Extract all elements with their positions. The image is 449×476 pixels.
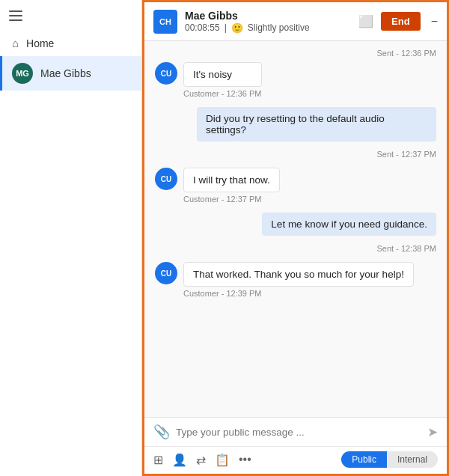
msg-meta-3: Customer - 12:37 PM (183, 195, 280, 204)
sidebar-contact-label: Mae Gibbs (40, 67, 91, 79)
sentiment-icon: 🙂 (231, 22, 243, 34)
sent-time-4: Sent - 12:38 PM (377, 244, 437, 253)
sidebar-item-contact[interactable]: MG Mae Gibbs (0, 56, 141, 91)
msg-bubble-2: Did you try resetting to the default aud… (197, 107, 436, 141)
end-button[interactable]: End (381, 12, 421, 31)
message-row-5: CU That worked. Thank you so much for yo… (155, 262, 436, 298)
sidebar-header (0, 0, 141, 27)
sidebar-home-label: Home (26, 37, 54, 49)
avatar-cu-1: CU (155, 62, 177, 85)
contact-icon[interactable]: 👤 (172, 453, 187, 467)
monitor-icon[interactable]: ⬜ (358, 14, 373, 28)
transfer-icon[interactable]: ⇄ (196, 453, 206, 467)
divider: | (224, 22, 227, 33)
quick-reply-icon[interactable]: ⊞ (153, 453, 163, 467)
msg-content-5: That worked. Thank you so much for your … (183, 262, 414, 298)
chat-header-icon: CH (153, 10, 177, 34)
chat-timer: 00:08:55 (185, 22, 220, 33)
avatar-cu-3: CU (155, 168, 177, 190)
sidebar: ⌂ Home MG Mae Gibbs (0, 0, 142, 476)
notes-icon[interactable]: 📋 (215, 453, 230, 467)
sentiment-label: Slightly positive (248, 22, 310, 33)
sidebar-item-home[interactable]: ⌂ Home (0, 30, 141, 56)
chat-header-meta: 00:08:55 | 🙂 Slightly positive (185, 22, 358, 34)
send-icon[interactable]: ➤ (427, 424, 438, 440)
header-actions: ⬜ End − (358, 12, 438, 31)
internal-mode-button[interactable]: Internal (387, 451, 438, 468)
hamburger-menu[interactable] (9, 10, 22, 21)
mode-toggle: Public Internal (341, 451, 438, 468)
minimize-button[interactable]: − (431, 15, 438, 28)
msg-meta-1: Customer - 12:36 PM (183, 89, 262, 98)
sent-time-2: Sent - 12:37 PM (377, 150, 437, 159)
msg-meta-5: Customer - 12:39 PM (183, 289, 414, 298)
chat-input[interactable] (176, 427, 421, 438)
attach-icon[interactable]: 📎 (153, 424, 170, 440)
chat-input-area: 📎 ➤ (144, 417, 447, 446)
more-icon[interactable]: ••• (239, 453, 251, 466)
first-sent-time: Sent - 12:36 PM (155, 49, 436, 58)
msg-bubble-1: It's noisy (183, 62, 262, 87)
chat-header-info: Mae Gibbs 00:08:55 | 🙂 Slightly positive (185, 10, 358, 34)
home-icon: ⌂ (12, 37, 19, 49)
message-row-4: Let me know if you need guidance. Sent -… (155, 213, 436, 253)
avatar-mg: MG (12, 63, 33, 84)
chat-messages[interactable]: Sent - 12:36 PM CU It's noisy Customer -… (144, 41, 447, 417)
msg-bubble-4: Let me know if you need guidance. (262, 213, 436, 236)
avatar-cu-5: CU (155, 262, 177, 284)
msg-content-3: I will try that now. Customer - 12:37 PM (183, 168, 280, 204)
chat-toolbar: ⊞ 👤 ⇄ 📋 ••• Public Internal (144, 446, 447, 474)
msg-bubble-5: That worked. Thank you so much for your … (183, 262, 414, 287)
chat-panel: CH Mae Gibbs 00:08:55 | 🙂 Slightly posit… (142, 0, 449, 476)
input-row: 📎 ➤ (153, 424, 438, 440)
public-mode-button[interactable]: Public (341, 451, 387, 468)
msg-bubble-3: I will try that now. (183, 168, 280, 192)
chat-contact-name: Mae Gibbs (185, 10, 358, 22)
message-row-2: Did you try resetting to the default aud… (155, 107, 436, 159)
message-row-3: CU I will try that now. Customer - 12:37… (155, 168, 436, 204)
chat-header: CH Mae Gibbs 00:08:55 | 🙂 Slightly posit… (144, 2, 447, 41)
msg-content-1: It's noisy Customer - 12:36 PM (183, 62, 262, 98)
message-row-1: CU It's noisy Customer - 12:36 PM (155, 62, 436, 98)
sidebar-nav: ⌂ Home MG Mae Gibbs (0, 27, 141, 94)
